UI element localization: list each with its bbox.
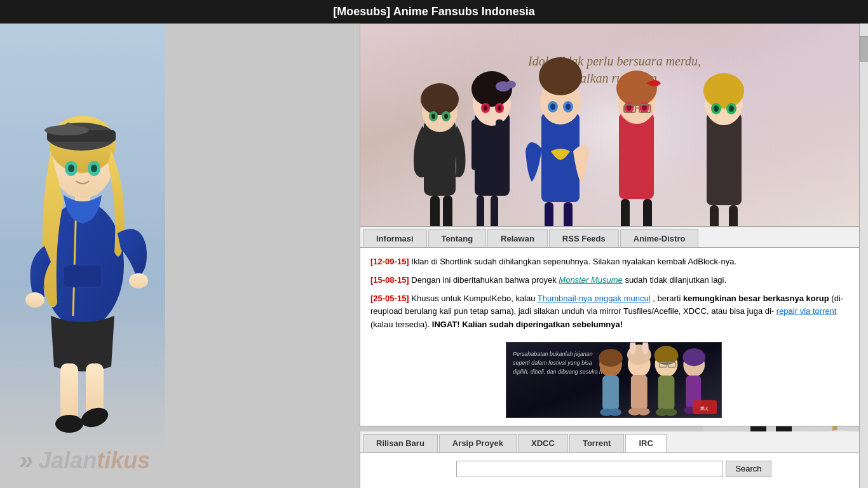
svg-point-72 xyxy=(484,105,487,111)
announcement-2-text-before: Dengan ini diberitahukan bahwa proyek xyxy=(411,275,559,285)
tab-informasi[interactable]: Informasi xyxy=(363,229,427,247)
mini-banner-image: Persahabatan bukanlah jajanan seperti da… xyxy=(506,342,722,418)
svg-rect-96 xyxy=(643,199,652,227)
svg-rect-85 xyxy=(619,113,654,199)
announcement-3: [25-05-15] Khusus untuk KumpulKebo, kala… xyxy=(370,292,857,332)
tab-arsip-proyek[interactable]: Arsip Proyek xyxy=(439,434,517,452)
page-title: [Moesubs] Anime Fansubs Indonesia xyxy=(0,0,868,24)
svg-text:燃え: 燃え xyxy=(700,406,709,411)
date-badge-1: [12-09-15] xyxy=(370,257,409,266)
svg-point-14 xyxy=(129,273,148,288)
bottom-nav-tabs-bar: Rilisan Baru Arsip Proyek XDCC Torrent I… xyxy=(360,431,868,453)
thumbnail-link[interactable]: Thumbnail-nya enggak muncul xyxy=(538,294,651,303)
svg-point-73 xyxy=(498,105,501,111)
repair-torrent-link[interactable]: repair via torrent xyxy=(776,306,837,316)
announcement-3-text-middle: , berarti xyxy=(653,294,683,303)
nav-tabs-bar: Informasi Tentang Relawan RSS Feeds Anim… xyxy=(360,227,868,248)
tab-relawan[interactable]: Relawan xyxy=(487,229,548,247)
svg-rect-75 xyxy=(491,196,498,227)
tab-irc[interactable]: IRC xyxy=(625,434,666,452)
svg-rect-99 xyxy=(707,113,742,205)
svg-rect-115 xyxy=(602,376,619,410)
svg-point-78 xyxy=(539,57,582,95)
svg-point-61 xyxy=(431,114,435,119)
date-badge-2: [15-08-15] xyxy=(370,275,409,285)
svg-point-82 xyxy=(566,104,571,110)
svg-point-101 xyxy=(703,73,744,109)
svg-rect-107 xyxy=(729,205,738,227)
svg-point-13 xyxy=(25,292,44,308)
svg-rect-15 xyxy=(60,363,78,421)
tab-tentang[interactable]: Tentang xyxy=(428,229,487,247)
scrollbar[interactable] xyxy=(859,24,868,488)
info-content-area: [12-09-15] Iklan di Shortlink sudah dihi… xyxy=(360,248,868,426)
search-form: Search xyxy=(370,461,857,477)
left-character-decoration xyxy=(0,24,165,456)
watermark-arrows-icon: » xyxy=(19,446,33,475)
svg-rect-69 xyxy=(496,119,503,170)
announcement-2: [15-08-15] Dengan ini diberitahukan bahw… xyxy=(370,274,857,287)
svg-point-131 xyxy=(665,409,677,416)
monster-musume-link[interactable]: Monster Musume xyxy=(559,275,622,285)
tab-xdcc[interactable]: XDCC xyxy=(518,434,568,452)
svg-text:seperti dalam festival yang bi: seperti dalam festival yang bisa xyxy=(513,360,592,366)
svg-rect-122 xyxy=(631,375,648,410)
svg-point-17 xyxy=(55,415,83,433)
announcement-3-text-end: (kalau tersedia). xyxy=(370,320,432,329)
svg-text:Persahabatan bukanlah jajanan: Persahabatan bukanlah jajanan xyxy=(513,351,593,357)
svg-point-62 xyxy=(444,114,448,119)
svg-point-133 xyxy=(682,348,705,366)
announcement-2-text-after: sudah tidak dilanjutkan lagi. xyxy=(625,275,726,285)
svg-point-11 xyxy=(68,165,74,172)
search-input[interactable] xyxy=(456,461,723,477)
svg-rect-68 xyxy=(471,119,479,170)
banner-image: Idola tidak perlu bersuara merdu, asalka… xyxy=(360,24,868,227)
announcement-3-text-before: Khusus untuk KumpulKebo, kalau xyxy=(411,294,538,303)
svg-point-105 xyxy=(729,105,734,112)
svg-rect-56 xyxy=(443,196,452,227)
svg-text:dipilih, dibeli, dan dibuang s: dipilih, dibeli, dan dibuang sesuka hati xyxy=(513,369,609,375)
svg-rect-95 xyxy=(621,199,630,227)
tab-rss-feeds[interactable]: RSS Feeds xyxy=(549,229,619,247)
svg-rect-83 xyxy=(545,202,553,227)
announcement-1: [12-09-15] Iklan di Shortlink sudah dihi… xyxy=(370,255,857,269)
svg-point-114 xyxy=(599,349,623,367)
svg-point-117 xyxy=(609,409,621,416)
scrollbar-thumb[interactable] xyxy=(860,36,868,62)
date-badge-3: [25-05-15] xyxy=(370,294,409,303)
svg-rect-106 xyxy=(710,205,719,227)
svg-point-104 xyxy=(714,105,719,112)
tab-anime-distro[interactable]: Anime-Distro xyxy=(620,229,699,247)
announcement-1-text: Iklan di Shortlink sudah dihilangkan sep… xyxy=(411,257,736,266)
tab-torrent[interactable]: Torrent xyxy=(569,434,625,452)
watermark-text: Jalantikus xyxy=(38,447,150,474)
announcement-3-bold: kemungkinan besar berkasnya korup xyxy=(683,294,829,303)
svg-point-12 xyxy=(91,165,97,172)
svg-rect-84 xyxy=(564,202,573,227)
svg-point-54 xyxy=(421,83,459,115)
svg-point-81 xyxy=(550,104,555,110)
svg-rect-55 xyxy=(430,196,440,227)
site-watermark: » Jalantikus xyxy=(19,446,150,475)
svg-rect-16 xyxy=(86,363,104,414)
svg-point-67 xyxy=(506,81,516,88)
svg-point-124 xyxy=(637,408,650,416)
svg-rect-129 xyxy=(658,376,675,410)
svg-rect-19 xyxy=(64,265,102,287)
tab-rilisan-baru[interactable]: Rilisan Baru xyxy=(363,434,438,452)
svg-rect-74 xyxy=(477,196,484,227)
search-button[interactable]: Search xyxy=(726,461,771,477)
center-content-area: Idola tidak perlu bersuara merdu, asalka… xyxy=(360,24,868,488)
announcement-3-bold-end: INGAT! Kalian sudah diperingatkan sebelu… xyxy=(432,320,623,329)
svg-point-87 xyxy=(616,71,657,106)
search-section: Search xyxy=(360,453,868,488)
